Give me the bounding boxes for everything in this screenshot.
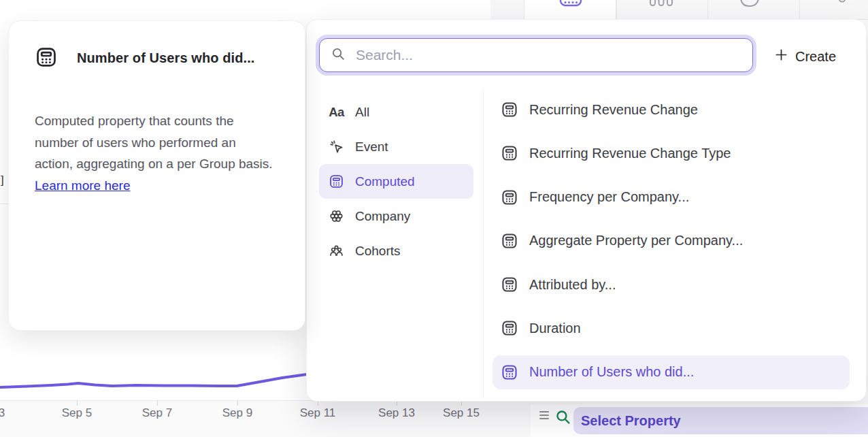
- property-row-number-of-users-who-did[interactable]: Number of Users who did...: [493, 355, 850, 389]
- calculator-icon: [501, 232, 518, 250]
- axis-label-sep7: Sep 7: [142, 406, 172, 420]
- calculator-icon: [501, 144, 518, 162]
- category-label: Company: [355, 209, 410, 224]
- calculator-icon: [35, 46, 58, 69]
- tooltip-description-text: Computed property that counts the number…: [35, 114, 273, 171]
- event-cursor-icon: [329, 139, 344, 155]
- property-label: Attributed by...: [529, 277, 616, 293]
- tab-computed-active[interactable]: [524, 0, 617, 19]
- category-all[interactable]: Aa All: [319, 95, 473, 129]
- tab-divider: [616, 0, 616, 19]
- category-computed[interactable]: Computed: [319, 164, 473, 199]
- calculator-icon: [501, 189, 518, 206]
- occluded-text-fragment: ]: [1, 174, 4, 187]
- drag-handle-icon[interactable]: [539, 411, 549, 419]
- property-label: Recurring Revenue Change: [529, 102, 698, 118]
- property-list: Recurring Revenue Change Recurring Reven…: [493, 93, 850, 389]
- property-label: Aggregate Property per Company...: [529, 233, 743, 248]
- cohorts-icon: [329, 243, 344, 259]
- axis-label-sep15: Sep 15: [443, 406, 480, 420]
- tab-divider: [707, 0, 708, 19]
- search-input[interactable]: [354, 46, 752, 64]
- property-label: Duration: [529, 321, 581, 336]
- create-button[interactable]: Create: [775, 47, 836, 66]
- property-row-attributed-by[interactable]: Attributed by...: [493, 268, 850, 302]
- calculator-icon: [501, 101, 518, 118]
- calculator-icon: [329, 174, 344, 189]
- search-icon: [554, 408, 571, 428]
- axis-tick: [237, 400, 238, 406]
- bar-chart-icon[interactable]: [648, 0, 674, 7]
- property-row-aggregate-property-per-company[interactable]: Aggregate Property per Company...: [493, 224, 850, 258]
- property-picker-panel: Create Aa All Event: [306, 19, 867, 402]
- property-row-recurring-revenue-change-type[interactable]: Recurring Revenue Change Type: [493, 136, 850, 170]
- category-label: Cohorts: [355, 244, 401, 259]
- category-label: All: [355, 105, 369, 120]
- property-row-duration[interactable]: Duration: [493, 311, 850, 345]
- search-icon: [331, 46, 346, 64]
- occluded-divider: [0, 204, 8, 204]
- tooltip-description: Computed property that counts the number…: [35, 110, 274, 196]
- panel-divider: [483, 89, 484, 399]
- category-event[interactable]: Event: [319, 129, 473, 164]
- search-field[interactable]: [319, 38, 753, 72]
- funnel-icon[interactable]: [838, 0, 846, 7]
- property-row-frequency-per-company[interactable]: Frequency per Company...: [493, 180, 850, 214]
- axis-tick: [77, 400, 78, 406]
- category-company[interactable]: Company: [319, 199, 473, 233]
- category-label: Event: [355, 140, 388, 155]
- axis-label-sep3: Sep 3: [0, 406, 5, 420]
- line-chart: [0, 320, 313, 402]
- aa-icon: Aa: [329, 104, 344, 120]
- company-icon: [329, 208, 344, 224]
- calculator-icon: [501, 319, 518, 337]
- axis-label-sep5: Sep 5: [62, 406, 92, 420]
- property-row-recurring-revenue-change[interactable]: Recurring Revenue Change: [493, 93, 850, 127]
- retention-curve-icon[interactable]: [738, 0, 761, 7]
- property-label: Frequency per Company...: [529, 189, 689, 205]
- view-tab-bar: [490, 0, 868, 20]
- calculator-icon: [559, 0, 582, 7]
- category-label: Computed: [355, 174, 415, 189]
- category-list: Aa All Event: [319, 95, 473, 268]
- axis-label-sep11: Sep 11: [300, 406, 336, 420]
- learn-more-link[interactable]: Learn more here: [35, 178, 130, 193]
- axis-label-sep13: Sep 13: [378, 406, 415, 420]
- calculator-icon: [501, 276, 518, 293]
- axis-label-sep9: Sep 9: [222, 406, 252, 420]
- property-label: Number of Users who did...: [529, 364, 694, 380]
- calculator-icon: [501, 363, 518, 381]
- select-property-field[interactable]: Select Property: [573, 407, 868, 434]
- tooltip-title: Number of Users who did...: [77, 50, 255, 66]
- plus-icon: [775, 48, 788, 65]
- property-tooltip-card: Number of Users who did... Computed prop…: [8, 20, 305, 331]
- property-label: Recurring Revenue Change Type: [529, 146, 731, 161]
- tab-divider: [799, 0, 800, 19]
- create-label: Create: [795, 49, 836, 65]
- select-property-label: Select Property: [581, 413, 681, 429]
- category-cohorts[interactable]: Cohorts: [319, 233, 473, 268]
- axis-tick: [157, 400, 158, 406]
